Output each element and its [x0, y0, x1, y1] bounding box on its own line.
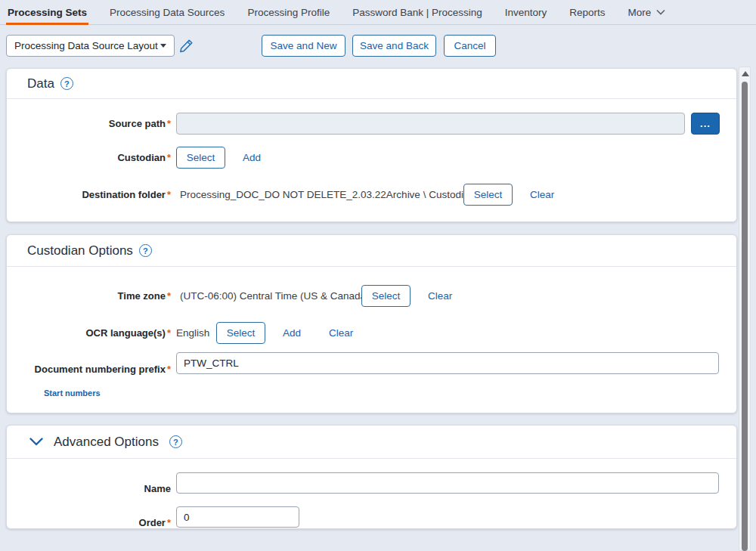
- time-zone-clear-link[interactable]: Clear: [428, 290, 452, 302]
- tab-more[interactable]: More: [628, 0, 666, 24]
- save-and-new-button[interactable]: Save and New: [262, 35, 345, 57]
- edit-layout-pencil-icon[interactable]: [179, 38, 194, 57]
- required-asterisk: *: [167, 189, 171, 200]
- data-section-header: Data ?: [7, 69, 736, 99]
- required-asterisk: *: [167, 517, 171, 528]
- destination-folder-label: Destination folder*: [7, 189, 171, 200]
- start-numbers-link[interactable]: Start numbers: [44, 388, 101, 398]
- cancel-button[interactable]: Cancel: [444, 35, 496, 57]
- data-section-card: Data ? Source path* ... Custodian* Selec…: [6, 68, 737, 222]
- custodian-options-title: Custodian Options: [27, 243, 133, 258]
- tab-inventory[interactable]: Inventory: [505, 0, 547, 24]
- tab-password-bank-processing[interactable]: Password Bank | Processing: [352, 0, 482, 24]
- source-path-input[interactable]: [176, 113, 685, 135]
- required-asterisk: *: [167, 290, 171, 302]
- tab-processing-sets[interactable]: Processing Sets: [8, 0, 87, 24]
- collapse-chevron-down-icon[interactable]: [29, 438, 43, 446]
- time-zone-label: Time zone*: [7, 290, 171, 302]
- name-input[interactable]: [176, 472, 719, 494]
- tab-processing-profile[interactable]: Processing Profile: [247, 0, 330, 24]
- chevron-down-icon: [656, 9, 665, 15]
- custodian-options-header: Custodian Options ?: [7, 235, 736, 267]
- destination-folder-select-button[interactable]: Select: [463, 184, 513, 206]
- required-asterisk: *: [167, 152, 171, 163]
- ocr-languages-label: OCR language(s)*: [7, 327, 171, 339]
- ocr-languages-value: English: [176, 327, 209, 339]
- tab-more-label: More: [628, 7, 652, 18]
- time-zone-select-button[interactable]: Select: [361, 285, 411, 307]
- source-path-label: Source path*: [7, 118, 171, 129]
- help-icon[interactable]: ?: [139, 244, 152, 257]
- vertical-scrollbar[interactable]: [739, 67, 751, 551]
- custodian-select-button[interactable]: Select: [176, 147, 225, 169]
- top-tab-bar: Processing Sets Processing Data Sources …: [0, 0, 756, 25]
- destination-folder-clear-link[interactable]: Clear: [530, 189, 554, 200]
- scrollbar-thumb[interactable]: [742, 82, 748, 551]
- layout-select-value: Processing Data Source Layout: [14, 40, 158, 51]
- custodian-label: Custodian*: [7, 152, 171, 163]
- advanced-options-section-card: Advanced Options ? Name Order*: [6, 425, 737, 529]
- order-label: Order*: [7, 517, 171, 528]
- ocr-languages-add-link[interactable]: Add: [283, 327, 301, 339]
- required-asterisk: *: [167, 364, 171, 375]
- order-input[interactable]: [176, 506, 299, 528]
- source-path-browse-button[interactable]: ...: [691, 113, 720, 135]
- tab-processing-data-sources[interactable]: Processing Data Sources: [110, 0, 225, 24]
- document-numbering-prefix-input[interactable]: [176, 352, 719, 374]
- ocr-languages-clear-link[interactable]: Clear: [329, 327, 353, 339]
- tab-reports[interactable]: Reports: [569, 0, 605, 24]
- scroll-up-arrow-icon[interactable]: [742, 71, 749, 76]
- ocr-languages-select-button[interactable]: Select: [216, 322, 265, 344]
- advanced-options-title: Advanced Options: [54, 435, 159, 450]
- caret-down-icon: [160, 44, 166, 48]
- custodian-options-section-card: Custodian Options ? Time zone* (UTC-06:0…: [6, 234, 737, 413]
- help-icon[interactable]: ?: [169, 435, 182, 448]
- help-icon[interactable]: ?: [60, 77, 73, 90]
- required-asterisk: *: [167, 118, 171, 129]
- advanced-options-header: Advanced Options ?: [7, 426, 736, 459]
- required-asterisk: *: [167, 327, 171, 339]
- save-and-back-button[interactable]: Save and Back: [352, 35, 436, 57]
- data-section-title: Data: [27, 76, 54, 91]
- layout-select-dropdown[interactable]: Processing Data Source Layout: [6, 35, 175, 57]
- custodian-add-link[interactable]: Add: [243, 152, 261, 163]
- destination-folder-value: Processing_DOC_DO NOT DELETE_2.03.22Arch…: [180, 189, 480, 200]
- time-zone-value: (UTC-06:00) Central Time (US & Canada): [180, 290, 370, 302]
- document-numbering-prefix-label: Document numbering prefix*: [7, 364, 171, 375]
- name-label: Name: [7, 483, 171, 494]
